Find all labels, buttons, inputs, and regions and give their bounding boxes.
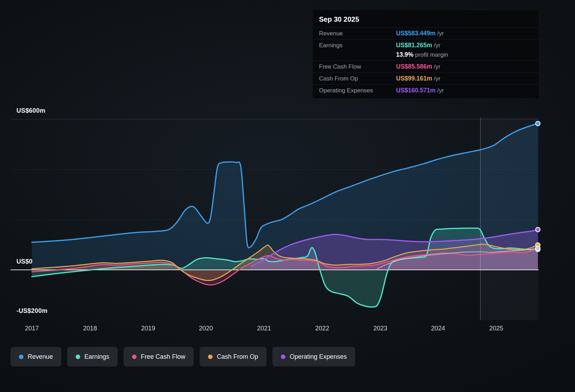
x-tick-2023: 2023 [373, 325, 387, 332]
y-axis-label-neg200m: -US$200m [16, 307, 48, 315]
tooltip-row-profit-margin: 13.9% profit margin [313, 51, 539, 61]
x-tick-2019: 2019 [141, 325, 155, 332]
tooltip-label: Revenue [319, 30, 396, 37]
free-cash-flow-color-dot [132, 355, 137, 359]
x-tick-2025: 2025 [489, 325, 503, 332]
legend-item-cash-from-op[interactable]: Cash From Op [200, 347, 266, 366]
tooltip-row-earnings: Earnings US$81.265m /yr [313, 39, 539, 51]
operating-expenses-color-dot [281, 355, 285, 359]
revenue-color-dot [19, 355, 23, 359]
legend-item-free-cash-flow[interactable]: Free Cash Flow [124, 347, 194, 366]
tooltip-label: Free Cash Flow [319, 63, 396, 70]
earnings-color-dot [76, 355, 80, 359]
tooltip-value: US$85.586m /yr [396, 63, 533, 70]
tooltip-value: US$160.571m /yr [396, 87, 533, 94]
tooltip-value: US$99.161m /yr [396, 75, 533, 82]
tooltip-value: US$81.265m /yr [396, 42, 533, 49]
chart-legend: Revenue Earnings Free Cash Flow Cash Fro… [11, 347, 355, 366]
legend-item-operating-expenses[interactable]: Operating Expenses [272, 347, 355, 366]
x-tick-2018: 2018 [83, 325, 97, 332]
tooltip-row-revenue: Revenue US$583.449m /yr [313, 27, 539, 39]
x-tick-2024: 2024 [431, 325, 445, 332]
x-tick-2017: 2017 [25, 325, 39, 332]
y-axis-label-0: US$0 [16, 258, 33, 265]
tooltip-label: Earnings [319, 42, 396, 49]
tooltip-value: 13.9% profit margin [396, 51, 533, 58]
tooltip-label: Operating Expenses [319, 87, 396, 94]
y-axis-label-600m: US$600m [16, 107, 45, 114]
operating-expenses-end-marker [535, 227, 540, 232]
legend-item-earnings[interactable]: Earnings [67, 347, 118, 366]
x-tick-2020: 2020 [199, 325, 213, 332]
tooltip-value: US$583.449m /yr [396, 30, 533, 37]
x-tick-2021: 2021 [257, 325, 271, 332]
revenue-end-marker [535, 121, 540, 126]
cash-from-op-color-dot [208, 355, 213, 359]
x-tick-2022: 2022 [315, 325, 329, 332]
tooltip-row-cash-from-op: Cash From Op US$99.161m /yr [313, 72, 539, 84]
legend-item-revenue[interactable]: Revenue [11, 347, 61, 366]
unlabeled-gray-end-marker [535, 246, 540, 251]
financial-chart-page: US$600m US$0 -US$200m 2017 2018 2019 202… [0, 0, 575, 392]
tooltip-date: Sep 30 2025 [313, 10, 539, 27]
chart-tooltip: Sep 30 2025 Revenue US$583.449m /yr Earn… [312, 10, 539, 99]
recent-period-band [480, 118, 539, 320]
tooltip-row-operating-expenses: Operating Expenses US$160.571m /yr [313, 84, 539, 96]
tooltip-label: Cash From Op [319, 75, 396, 82]
tooltip-row-free-cash-flow: Free Cash Flow US$85.586m /yr [313, 61, 539, 72]
